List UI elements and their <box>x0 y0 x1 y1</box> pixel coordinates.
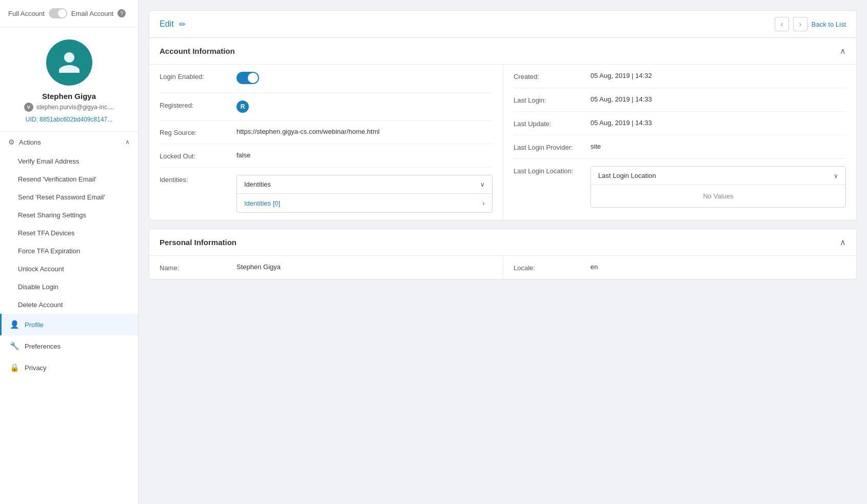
account-toggle-switch[interactable] <box>49 8 67 18</box>
sidebar-item-privacy[interactable]: 🔒 Privacy <box>0 357 138 378</box>
account-info-body: Login Enabled: Registered: R <box>149 65 856 220</box>
identities-dropdown-header[interactable]: Identities ∨ <box>237 175 492 194</box>
reg-source-row: Reg Source: https://stephen.gigya-cs.com… <box>160 120 492 144</box>
sidebar-item-unlock-account[interactable]: Unlock Account <box>0 260 138 278</box>
main-content: Edit ✏ ‹ › Back to List Account Informat… <box>139 0 867 504</box>
personal-info-right: Locale: en <box>503 256 856 279</box>
sidebar-item-reset-tfa[interactable]: Reset TFA Devices <box>0 224 138 242</box>
login-enabled-toggle[interactable] <box>237 72 259 84</box>
identities-item-0[interactable]: Identities [0] › <box>237 194 492 212</box>
account-info-collapse-icon[interactable]: ∧ <box>840 46 846 56</box>
identities-item-chevron-icon: › <box>482 199 485 207</box>
identities-item-label: Identities [0] <box>244 199 280 207</box>
location-dropdown-label: Last Login Location <box>598 172 656 179</box>
sidebar: Full Account Email Account ? Stephen Gig… <box>0 0 139 504</box>
account-info-title: Account Information <box>160 47 235 55</box>
profile-icon: 👤 <box>10 320 19 329</box>
last-update-value: 05 Aug, 2019 | 14:33 <box>590 119 846 127</box>
locked-out-label: Locked Out: <box>160 151 237 160</box>
location-chevron-icon: ∨ <box>834 172 838 179</box>
locale-row: Locale: en <box>514 256 846 279</box>
sidebar-item-verify-email[interactable]: Verify Email Address <box>0 152 138 170</box>
login-enabled-row: Login Enabled: <box>160 65 492 93</box>
personal-information-section: Personal Information ∧ Name: Stephen Gig… <box>149 229 857 279</box>
account-info-right: Created: 05 Aug, 2019 | 14:32 Last Login… <box>503 65 856 220</box>
personal-info-grid: Name: Stephen Gigya Locale: en <box>149 256 856 279</box>
gear-icon: ⚙ <box>8 138 15 146</box>
last-login-location-row: Last Login Location: Last Login Location… <box>514 159 846 215</box>
account-information-section: Account Information ∧ Login Enabled: <box>149 37 857 220</box>
profile-label: Profile <box>25 321 44 329</box>
email-account-label: Email Account <box>71 10 113 17</box>
uid-value[interactable]: 8851abc602bd409c8147... <box>40 116 112 123</box>
account-info-left: Login Enabled: Registered: R <box>149 65 503 220</box>
privacy-icon: 🔒 <box>10 363 19 372</box>
locked-out-value: false <box>237 151 492 159</box>
account-toggle-section: Full Account Email Account ? <box>0 0 138 27</box>
identities-chevron-icon: ∨ <box>480 181 485 188</box>
actions-menu: Verify Email Address Resend 'Verificatio… <box>0 152 138 314</box>
sidebar-item-force-tfa[interactable]: Force TFA Expiration <box>0 242 138 260</box>
locale-label: Locale: <box>514 263 590 272</box>
privacy-label: Privacy <box>25 364 47 372</box>
created-label: Created: <box>514 72 590 80</box>
created-value: 05 Aug, 2019 | 14:32 <box>590 72 846 79</box>
edit-label[interactable]: Edit <box>160 19 174 29</box>
last-login-row: Last Login: 05 Aug, 2019 | 14:33 <box>514 88 846 112</box>
actions-section: ⚙ Actions ∧ Verify Email Address Resend … <box>0 131 138 314</box>
last-login-location-label: Last Login Location: <box>514 166 590 175</box>
sidebar-item-disable-login[interactable]: Disable Login <box>0 278 138 296</box>
locale-value: en <box>590 263 846 271</box>
registered-value: R <box>237 100 492 113</box>
personal-info-collapse-icon[interactable]: ∧ <box>840 237 846 247</box>
personal-info-body: Name: Stephen Gigya Locale: en <box>149 256 856 279</box>
identities-dropdown-label: Identities <box>244 180 271 188</box>
personal-info-left: Name: Stephen Gigya <box>149 256 503 279</box>
preferences-label: Preferences <box>25 342 61 350</box>
reg-source-value: https://stephen.gigya-cs.com/webinar/hom… <box>237 128 492 135</box>
preferences-icon: 🔧 <box>10 341 19 351</box>
name-row: Name: Stephen Gigya <box>160 256 492 279</box>
last-login-provider-label: Last Login Provider: <box>514 143 590 151</box>
identities-row: Identities: Identities ∨ Identities [0] <box>160 168 492 220</box>
location-no-values: No Values <box>591 185 845 207</box>
avatar <box>46 39 92 86</box>
sidebar-item-reset-password[interactable]: Send 'Reset Password Email' <box>0 188 138 206</box>
next-arrow[interactable]: › <box>793 17 807 31</box>
sidebar-item-delete-account[interactable]: Delete Account <box>0 296 138 314</box>
personal-info-header[interactable]: Personal Information ∧ <box>149 229 856 256</box>
last-login-provider-value: site <box>590 143 846 150</box>
account-info-grid: Login Enabled: Registered: R <box>149 65 856 220</box>
edit-right: ‹ › Back to List <box>775 17 846 31</box>
help-icon[interactable]: ? <box>117 9 126 17</box>
location-dropdown-header[interactable]: Last Login Location ∨ <box>591 167 845 185</box>
name-label: Name: <box>160 263 237 272</box>
created-row: Created: 05 Aug, 2019 | 14:32 <box>514 65 846 88</box>
last-update-row: Last Update: 05 Aug, 2019 | 14:33 <box>514 112 846 135</box>
back-to-list-link[interactable]: Back to List <box>812 21 846 28</box>
actions-header[interactable]: ⚙ Actions ∧ <box>0 132 138 152</box>
login-enabled-value <box>237 72 492 86</box>
last-login-location-value: Last Login Location ∨ No Values <box>590 166 846 208</box>
location-dropdown: Last Login Location ∨ No Values <box>590 166 846 208</box>
identities-value: Identities ∨ Identities [0] › <box>237 175 492 213</box>
account-info-header[interactable]: Account Information ∧ <box>149 38 856 65</box>
reg-source-label: Reg Source: <box>160 128 237 136</box>
user-name: Stephen Gigya <box>42 92 96 100</box>
sidebar-item-profile[interactable]: 👤 Profile <box>0 314 138 335</box>
user-email: stephen.purvis@gigya-inc.... <box>36 104 114 111</box>
sidebar-item-preferences[interactable]: 🔧 Preferences <box>0 335 138 357</box>
locked-out-row: Locked Out: false <box>160 144 492 168</box>
identities-label: Identities: <box>160 175 237 184</box>
sidebar-item-reset-sharing[interactable]: Reset Sharing Settings <box>0 206 138 224</box>
login-enabled-label: Login Enabled: <box>160 72 237 80</box>
pencil-icon[interactable]: ✏ <box>179 19 186 29</box>
sidebar-item-resend-verification[interactable]: Resend 'Verification Email' <box>0 170 138 188</box>
last-update-label: Last Update: <box>514 119 590 128</box>
prev-arrow[interactable]: ‹ <box>775 17 789 31</box>
registered-row: Registered: R <box>160 93 492 120</box>
uid-label: UID: <box>26 116 38 123</box>
actions-chevron-icon: ∧ <box>125 138 130 146</box>
full-account-label: Full Account <box>8 10 45 17</box>
user-profile-section: Stephen Gigya V stephen.purvis@gigya-inc… <box>0 27 138 131</box>
